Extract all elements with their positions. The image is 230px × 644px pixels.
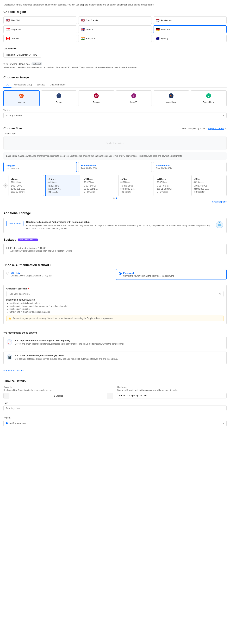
plan-price-unit: /mo [53,178,56,181]
droplet-type-label: Droplet Type [3,132,227,135]
flag-icon: 🇸🇬 [6,28,10,31]
quantity-increment-button[interactable]: + [107,393,113,399]
os-label: Ubuntu [18,101,25,104]
recommend-description: Our scalable database cluster service in… [15,358,118,360]
cpu-option-premium-intel[interactable]: Premium Intel Disk: NVMe SSD [78,162,152,172]
backup-checkbox[interactable] [6,247,8,249]
fedora-icon: f [56,93,62,100]
show-password-icon[interactable]: 👁 [219,292,222,295]
cpu-option-premium-amd[interactable]: Premium AMD Disk: NVMe SSD [153,162,227,172]
auth-section: Choose Authentication Method ℹ SSH Key C… [3,264,227,280]
plan-card-96mo[interactable]: $ 96 /mo $0.143/hour 16 GB / 8 CPUs320 G… [192,175,227,196]
advanced-options-label[interactable]: Advanced Options [5,369,24,372]
plan-price: 24 [122,177,125,181]
svg-text:⊕: ⊕ [132,94,135,97]
auth-sub: Connect to your Droplet as the "root" us… [123,275,174,277]
radio-password [119,272,121,275]
pw-requirement-item: Cannot end in a number or special charac… [9,311,224,313]
backup-checkbox-label[interactable]: Enable automated backups (+$2.40) [10,247,46,249]
droplet-type-scroll[interactable]: ← Droplet type options → [3,136,227,150]
plan-card-24mo[interactable]: $ 24 /mo $0.036/hour 4 GB / 2 CPUs80 GB … [118,175,154,196]
debian-icon: @ [94,93,99,100]
project-select[interactable]: unit3d-demo.com ▾ [3,420,227,426]
vpc-name: default-fra1 [18,63,30,65]
region-item-london[interactable]: 🇬🇧London [78,26,152,33]
finalize-title: Finalize Details [3,380,227,383]
choose-size-section: Choose Size Need help picking a plan? He… [3,127,227,203]
plan-price-hour: $0.071/hour [157,181,188,183]
region-grid: 🇺🇸New York🇺🇸San Francisco🇳🇱Amsterdam🇸🇬Si… [3,16,227,42]
os-option-almalinux[interactable]: ⚙AlmaLinux [153,90,189,106]
os-option-rocky[interactable]: ▲Rocky Linux [191,90,227,106]
plan-card-6mo[interactable]: $ 6 /mo $0.009/hour 1 GB / 1 CPU25 GB SS… [8,175,44,196]
quantity-value: 1 Droplet [9,393,107,398]
region-item-bangalore[interactable]: 🇮🇳Bangalore [78,35,152,42]
plan-price-hour: $0.027/hour [84,181,115,183]
auth-title: Choose Authentication Method [3,264,49,267]
project-chevron-icon: ▾ [223,422,224,424]
os-option-debian[interactable]: @Debian [78,90,115,106]
os-grid: UbuntufFedora@Debian⊕CentOS⚙AlmaLinux▲Ro… [3,90,227,106]
hostname-sub: Give your Droplets an identifying name y… [117,389,227,392]
region-item-singapore[interactable]: 🇸🇬Singapore [3,26,77,33]
advanced-options-toggle[interactable]: + Advanced Options [3,369,227,372]
region-label: Singapore [11,28,21,31]
svg-text:📈: 📈 [8,340,11,344]
region-item-toronto[interactable]: 🇨🇦Toronto [3,35,77,42]
pagination-dot-2[interactable] [115,198,117,199]
hostname-input[interactable] [117,393,227,398]
flag-icon: 🇺🇸 [6,18,10,22]
show-all-plans-link[interactable]: Show all plans [212,200,227,203]
os-option-centos[interactable]: ⊕CentOS [116,90,152,106]
region-item-amsterdam[interactable]: 🇳🇱Amsterdam [153,16,227,24]
auth-info-icon[interactable]: ℹ [50,264,51,266]
plan-card-18mo[interactable]: $ 18 /mo $0.027/hour 2 GB / 2 CPUs60 GB … [82,175,117,196]
pagination-dots [3,198,227,199]
image-tab-backups[interactable]: Backups [34,82,48,88]
hostname-col: Hostname Give your Droplets an identifyi… [117,386,227,399]
plan-price: 12 [49,177,53,181]
finalize-grid: Quantity Deploy multiple Droplets with t… [3,386,227,399]
os-option-fedora[interactable]: fFedora [41,90,77,106]
rocky-icon: ▲ [206,93,211,100]
image-tab-marketplace[interactable]: Marketplace (240) [11,82,34,88]
password-input[interactable] [8,292,218,295]
add-volume-button[interactable]: Add Volume [6,221,23,226]
cpu-option-regular[interactable]: Regular Disk type: SSD [3,162,77,172]
region-label: Bangalore [86,37,96,40]
recommend-text-metrics: Add improved metrics monitoring and aler… [15,339,124,346]
recommend-description: Collect and graph expanded system-level … [15,342,124,346]
datacenter-select[interactable]: Frankfurt • Datacenter 1 • FRA1 [3,52,41,58]
auth-option-password[interactable]: Password Connect to your Droplet as the … [116,269,227,280]
plans-prev-button[interactable]: ‹ [3,184,7,188]
quantity-decrement-button[interactable]: − [3,393,9,399]
plan-specs: 2 GB / 1 CPU50 GB SSD Disk2 TB transfer [48,185,78,194]
password-required-indicator: * [28,288,29,290]
pagination-dot-1[interactable] [113,198,115,199]
version-select[interactable]: 22.04 (LTS) x64 ▾ [3,112,227,118]
os-label: Fedora [56,101,62,104]
region-item-sydney[interactable]: 🇦🇺Sydney [153,35,227,42]
radio-ssh [6,272,9,274]
help-me-choose-link[interactable]: Help me choose [208,127,224,130]
plan-card-12mo[interactable]: $ 12 /mo $0.018/hour 2 GB / 1 CPU50 GB S… [45,175,81,196]
plan-card-48mo[interactable]: $ 48 /mo $0.071/hour 8 GB / 4 CPUs160 GB… [155,175,190,196]
recommend-items: 📈 Add improved metrics monitoring and al… [3,336,227,364]
os-option-ubuntu[interactable]: Ubuntu [3,90,40,106]
auth-option-ssh[interactable]: SSH Key Connect to your Droplet with an … [3,269,115,280]
region-label: London [86,28,93,31]
intro-text: Droplets are virtual machines that anyon… [3,4,227,6]
early-availability-badge: EARLY AVAILABILITY [18,238,38,241]
region-item-new-york[interactable]: 🇺🇸New York [3,16,77,24]
plan-price: 96 [195,177,199,181]
image-tab-os[interactable]: OS [3,82,11,88]
vpc-info: All resources created in this datacenter… [3,66,227,69]
region-item-san-francisco[interactable]: 🇺🇸San Francisco [78,16,152,24]
recommend-text-database: Add a worry-free Managed Database (+$15.… [15,354,118,360]
password-input-row: 👁 [6,291,224,297]
version-label: Version [3,109,227,112]
tags-input[interactable] [3,405,227,411]
svg-point-5 [57,93,61,98]
region-item-frankfurt[interactable]: 🇩🇪Frankfurt [153,26,227,33]
image-tab-custom-images[interactable]: Custom Images [47,82,68,88]
